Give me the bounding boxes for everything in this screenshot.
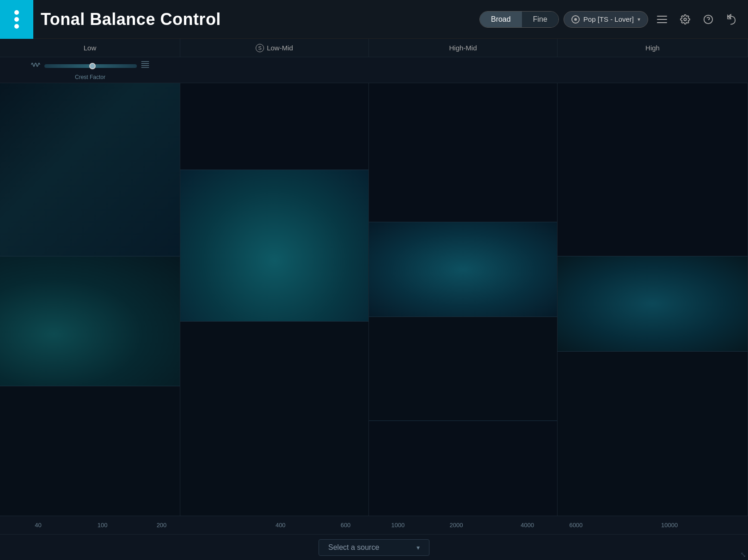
target-icon <box>571 15 580 24</box>
col-header-low: Low <box>0 39 180 57</box>
highmid-zone-2 <box>369 222 557 317</box>
low-zone-2 <box>0 256 180 386</box>
visualization-area <box>0 83 748 516</box>
highmid-zone-4 <box>369 420 557 516</box>
app-logo <box>0 0 33 39</box>
source-chevron-icon: ▾ <box>417 544 420 551</box>
source-label: Select a source <box>328 543 412 552</box>
preset-dropdown[interactable]: Pop [TS - Lover] ▾ <box>564 11 648 28</box>
freq-100: 100 <box>98 522 108 529</box>
crest-factor-row: Crest Factor <box>0 57 748 83</box>
col-label-low: Low <box>84 44 97 52</box>
crest-slider[interactable] <box>44 64 137 68</box>
low-zone-1 <box>0 83 180 256</box>
freq-4000: 4000 <box>521 522 534 529</box>
broad-fine-group: Broad Fine <box>479 11 559 28</box>
help-button[interactable] <box>699 10 717 29</box>
hamburger-bar-3 <box>657 22 667 23</box>
fine-button[interactable]: Fine <box>522 12 558 27</box>
header: Tonal Balance Control Broad Fine Pop [TS… <box>0 0 748 39</box>
band-low[interactable] <box>0 83 180 516</box>
crest-empty-lowmid <box>180 57 369 83</box>
freq-1000: 1000 <box>391 522 405 529</box>
source-selector[interactable]: Select a source ▾ <box>319 539 429 556</box>
freq-6000: 6000 <box>569 522 582 529</box>
grid-lines-icon <box>141 60 150 72</box>
hamburger-bar-1 <box>657 16 667 17</box>
high-zone-1 <box>558 83 748 256</box>
help-icon <box>703 14 713 24</box>
freq-40: 40 <box>35 522 41 529</box>
logo-dot-1 <box>14 10 19 15</box>
col-header-highmid: High-Mid <box>369 39 558 57</box>
high-zone-2 <box>558 256 748 351</box>
hamburger-bar-2 <box>657 19 667 20</box>
undo-button[interactable] <box>722 10 741 29</box>
freq-600: 600 <box>341 522 351 529</box>
freq-400: 400 <box>276 522 286 529</box>
crest-slider-thumb[interactable] <box>89 63 96 69</box>
app-title: Tonal Balance Control <box>41 10 472 29</box>
settings-button[interactable] <box>676 10 694 29</box>
undo-icon <box>725 13 738 26</box>
crest-slider-row <box>31 60 150 72</box>
freq-2000: 2000 <box>450 522 463 529</box>
freq-10000: 10000 <box>661 522 678 529</box>
broad-button[interactable]: Broad <box>480 12 522 27</box>
hamburger-button[interactable] <box>653 10 671 29</box>
gear-icon <box>680 14 690 24</box>
chevron-down-icon: ▾ <box>638 16 640 23</box>
svg-point-0 <box>684 18 687 21</box>
header-controls: Broad Fine Pop [TS - Lover] ▾ <box>479 10 741 29</box>
crest-factor-cell: Crest Factor <box>0 57 180 83</box>
band-high[interactable] <box>558 83 748 516</box>
crest-empty-highmid <box>369 57 558 83</box>
lowmid-zone-1 <box>180 83 368 170</box>
column-headers: Low S Low-Mid High-Mid High <box>0 39 748 57</box>
col-header-lowmid: S Low-Mid <box>180 39 369 57</box>
freq-200: 200 <box>157 522 167 529</box>
bottom-bar: Select a source ▾ <box>0 534 748 560</box>
low-zone-3 <box>0 386 180 516</box>
highmid-zone-1 <box>369 83 557 222</box>
frequency-axis: 40 100 200 400 600 1000 2000 4000 6000 1… <box>0 516 748 534</box>
crest-empty-high <box>558 57 748 83</box>
high-zone-3 <box>558 351 748 516</box>
col-label-lowmid: Low-Mid <box>267 44 293 52</box>
s-badge-icon: S <box>256 44 264 52</box>
col-header-high: High <box>558 39 748 57</box>
crest-factor-label: Crest Factor <box>75 74 105 80</box>
logo-dot-3 <box>14 24 19 29</box>
col-label-highmid: High-Mid <box>449 44 477 52</box>
lowmid-zone-3 <box>180 321 368 516</box>
preset-label: Pop [TS - Lover] <box>583 15 634 23</box>
highmid-zone-3 <box>369 317 557 420</box>
main-area: Low S Low-Mid High-Mid High <box>0 39 748 534</box>
waveform-icon <box>31 60 41 72</box>
band-lowmid[interactable] <box>180 83 369 516</box>
resize-handle[interactable]: ⤡ <box>740 550 746 559</box>
band-highmid[interactable] <box>369 83 558 516</box>
col-label-high: High <box>645 44 660 52</box>
lowmid-zone-2 <box>180 170 368 321</box>
logo-dot-2 <box>14 17 19 22</box>
